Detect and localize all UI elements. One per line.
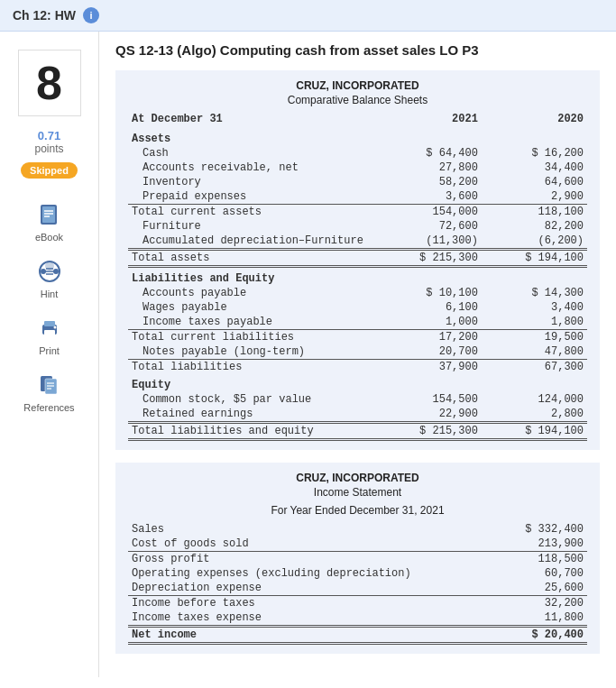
page-header: Ch 12: HW i [0,0,616,32]
bs-col1: 2021 [381,112,482,128]
is-row-value: 60,700 [449,566,587,581]
bs-row-2021: 154,500 [381,392,482,407]
bs-row-2021: 20,700 [381,344,482,360]
income-statement-table: Sales $ 332,400 Cost of goods sold 213,9… [128,522,587,645]
bs-row-2021: $ 215,300 [381,423,482,440]
bs-row: Prepaid expenses 3,600 2,900 [128,189,587,205]
bs-row: Total current assets 154,000 118,100 [128,205,587,220]
is-row: Cost of goods sold 213,900 [128,537,587,552]
bs-row-2020: $ 194,100 [482,423,587,440]
is-subtitle: Income Statement [128,486,587,499]
svg-point-10 [41,269,46,274]
bs-row-2021: 27,800 [381,161,482,175]
sidebar-item-references[interactable]: References [23,371,74,413]
section-header-label: Equity [128,374,587,392]
bs-row-2021: $ 215,300 [381,250,482,267]
income-statement-container: CRUZ, INCORPORATED Income Statement For … [115,463,600,654]
bs-row-label: Accounts payable [128,286,381,300]
bs-row-label: Total assets [128,250,381,267]
bs-row: Total current liabilities 17,200 19,500 [128,330,587,345]
bs-row-label: Accounts receivable, net [128,161,381,175]
points-label: points [34,142,63,155]
bs-row-2021: $ 10,100 [381,286,482,300]
bs-row-2020: 3,400 [482,300,587,315]
bs-row-label: Inventory [128,175,381,189]
section-header-label: Liabilities and Equity [128,267,587,287]
bs-row-2021: 1,000 [381,315,482,330]
is-row: Sales $ 332,400 [128,522,587,537]
is-row: Income before taxes 32,200 [128,596,587,611]
is-row-value: 11,800 [449,610,587,627]
bs-row-2021: 17,200 [381,330,482,345]
bs-col2: 2020 [482,112,587,128]
bs-row-2021: $ 64,400 [381,146,482,161]
references-icon [34,371,63,399]
page-title: Ch 12: HW [13,8,76,23]
bs-row: Total liabilities 37,900 67,300 [128,360,587,375]
is-period: For Year Ended December 31, 2021 [128,504,587,517]
bs-row-label: Wages payable [128,300,381,315]
bs-row-label: Furniture [128,219,381,234]
bs-row: Income taxes payable 1,000 1,800 [128,315,587,330]
is-row-value: $ 332,400 [449,522,587,537]
is-row-label: Gross profit [128,552,449,567]
is-row-label: Sales [128,522,449,537]
ebook-label: eBook [35,232,63,243]
bs-row-2020: $ 16,200 [482,146,587,161]
bs-row-2020: $ 14,300 [482,286,587,300]
bs-row-2020: 124,000 [482,392,587,407]
is-row: Depreciation expense 25,600 [128,581,587,596]
bs-row-2020: 1,800 [482,315,587,330]
bs-row-2020: 47,800 [482,344,587,360]
section-header-label: Assets [128,128,587,146]
sidebar-item-print[interactable]: Print [35,314,64,356]
bs-section-header: Liabilities and Equity [128,267,587,287]
bs-row-2021: 37,900 [381,360,482,375]
skipped-badge: Skipped [21,162,78,179]
balance-sheet-container: CRUZ, INCORPORATED Comparative Balance S… [115,70,600,450]
bs-row-label: Total liabilities and equity [128,423,381,440]
bs-row-label: Common stock, $5 par value [128,392,381,407]
bs-row: Inventory 58,200 64,600 [128,175,587,189]
bs-row-label: Income taxes payable [128,315,381,330]
is-row: Operating expenses (excluding depreciati… [128,566,587,581]
bs-row-label: Total current liabilities [128,330,381,345]
bs-row-2020: 64,600 [482,175,587,189]
bs-row: Wages payable 6,100 3,400 [128,300,587,315]
hint-label: Hint [41,289,59,299]
bs-row-label: Retained earnings [128,407,381,423]
is-row-label: Operating expenses (excluding depreciati… [128,566,449,581]
svg-rect-14 [44,330,55,336]
svg-point-15 [53,326,56,329]
bs-row-2021: 3,600 [381,189,482,205]
bs-row-2020: 2,800 [482,407,587,423]
sidebar-item-ebook[interactable]: eBook [35,200,64,243]
bs-header-label: At December 31 [128,112,381,128]
is-row-value: $ 20,400 [449,627,587,644]
bs-row-2021: 72,600 [381,219,482,234]
info-icon[interactable]: i [83,7,99,23]
is-row-label: Net income [128,627,449,644]
ebook-icon [35,200,64,229]
bs-row-2020: 67,300 [482,360,587,375]
balance-sheet-table: At December 31 2021 2020 Assets Cash $ 6… [128,112,587,441]
bs-row-2021: 154,000 [381,205,482,220]
bs-row: Common stock, $5 par value 154,500 124,0… [128,392,587,407]
question-number: 8 [18,50,81,116]
bs-row-label: Cash [128,146,381,161]
references-label: References [23,402,74,413]
bs-section-header: Assets [128,128,587,146]
is-row: Gross profit 118,500 [128,552,587,567]
is-company: CRUZ, INCORPORATED [128,472,587,484]
bs-row-label: Prepaid expenses [128,189,381,205]
is-row-label: Income before taxes [128,596,449,611]
is-row-value: 32,200 [449,596,587,611]
svg-rect-1 [42,206,55,223]
bs-subtitle: Comparative Balance Sheets [128,94,587,106]
bs-row-2021: 6,100 [381,300,482,315]
is-row-label: Income taxes expense [128,610,449,627]
print-icon [35,314,64,343]
sidebar-item-hint[interactable]: Hint [35,257,64,299]
content-area: QS 12-13 (Algo) Computing cash from asse… [99,32,616,677]
svg-rect-13 [44,321,55,326]
